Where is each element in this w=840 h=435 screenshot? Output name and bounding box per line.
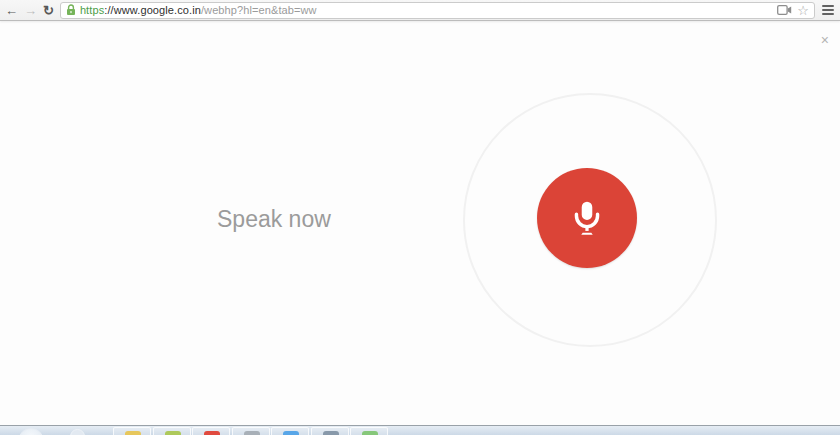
app-icon <box>323 431 339 435</box>
close-icon[interactable]: × <box>821 33 829 47</box>
bookmark-star-icon[interactable]: ☆ <box>797 4 809 17</box>
taskbar-button[interactable] <box>113 427 151 435</box>
lock-icon <box>66 4 76 16</box>
voice-search-overlay: × Speak now <box>0 22 840 425</box>
app-icon <box>283 431 299 435</box>
taskbar-button[interactable] <box>271 427 309 435</box>
windows-taskbar <box>0 425 840 435</box>
omnibox-actions: ☆ <box>777 4 809 17</box>
url-scheme: https <box>80 4 104 16</box>
url-bar[interactable]: https://www.google.co.in/webhp?hl=en&tab… <box>60 2 815 19</box>
pinned-icon[interactable] <box>70 429 85 435</box>
taskbar-button[interactable] <box>192 427 230 435</box>
url-text: https://www.google.co.in/webhp?hl=en&tab… <box>80 4 773 16</box>
taskbar-button[interactable] <box>311 427 349 435</box>
mic-icon <box>564 195 610 241</box>
menu-icon[interactable] <box>821 4 835 16</box>
app-icon <box>165 431 181 435</box>
url-path: /webhp?hl=en&tab=ww <box>201 4 317 16</box>
browser-window: ← → ↻ https://www.google.co.in/webhp?hl=… <box>0 0 840 435</box>
back-icon[interactable]: ← <box>5 4 18 17</box>
app-icon <box>362 431 378 435</box>
url-host: ://www.google.co.in <box>104 4 201 16</box>
taskbar-button[interactable] <box>232 427 270 435</box>
app-icon <box>204 431 220 435</box>
reload-icon[interactable]: ↻ <box>43 4 54 17</box>
start-button[interactable] <box>18 428 44 435</box>
mic-button[interactable] <box>537 168 637 268</box>
taskbar-button[interactable] <box>350 427 388 435</box>
app-icon <box>125 431 141 435</box>
forward-icon[interactable]: → <box>24 4 37 17</box>
app-icon <box>244 431 260 435</box>
taskbar-button[interactable] <box>153 427 191 435</box>
camera-icon[interactable] <box>777 5 792 15</box>
browser-toolbar: ← → ↻ https://www.google.co.in/webhp?hl=… <box>0 0 840 21</box>
status-text: Speak now <box>217 206 331 233</box>
